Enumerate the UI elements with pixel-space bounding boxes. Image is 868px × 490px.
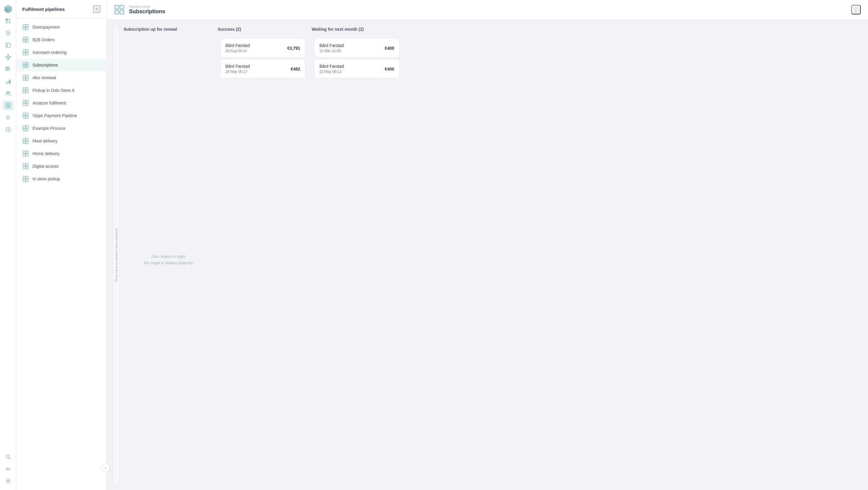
svg-rect-70 (23, 116, 25, 118)
nav-clock-icon[interactable] (3, 124, 13, 135)
sidebar-item-label: Example Process (33, 126, 100, 131)
sidebar-item-downpayment[interactable]: Downpayment (16, 21, 106, 33)
svg-point-31 (7, 116, 10, 119)
svg-point-10 (5, 57, 7, 58)
pipeline-item-icon (22, 49, 29, 56)
app-logo[interactable] (3, 4, 13, 14)
svg-point-26 (8, 92, 10, 93)
card-info: Bård Farstad 28 May 05:17 (225, 64, 250, 74)
pipeline-item-icon (22, 112, 29, 119)
sidebar-item-home-delivery[interactable]: Home delivery (16, 147, 106, 160)
kanban-card[interactable]: Bård Farstad 12 Mar 11:09 €400 (315, 39, 399, 57)
pipeline-item-icon (22, 74, 29, 81)
svg-rect-78 (23, 141, 25, 144)
svg-point-4 (7, 32, 9, 33)
svg-rect-75 (26, 129, 28, 131)
kanban-column-waiting-next-month: Waiting for next month (2) Bård Farstad … (312, 26, 402, 484)
svg-rect-62 (23, 91, 25, 93)
nav-plugin-icon[interactable] (3, 112, 13, 123)
svg-rect-53 (26, 62, 28, 65)
svg-rect-79 (26, 141, 28, 144)
sidebar-item-subscriptions[interactable]: Subscriptions (16, 59, 106, 71)
sidebar-collapse-button[interactable]: ‹ (101, 463, 110, 472)
add-pipeline-button[interactable]: + (93, 5, 100, 13)
nav-az-icon[interactable]: AZ (3, 463, 13, 474)
svg-rect-92 (115, 5, 119, 9)
sidebar-list: Downpayment B2B Orders Icecream ordering (16, 19, 106, 490)
nav-rocket-icon[interactable] (3, 28, 13, 38)
nav-book-icon[interactable] (3, 40, 13, 51)
sidebar-item-b2b-orders[interactable]: B2B Orders (16, 33, 106, 46)
sidebar-item-icecream-ordering[interactable]: Icecream ordering (16, 46, 106, 59)
page-header: Pipeline name Subscriptions ⋮ (107, 0, 868, 20)
sidebar-item-meal-delivery[interactable]: Meal delivery (16, 135, 106, 147)
svg-rect-16 (6, 67, 7, 68)
sidebar-item-amazon[interactable]: Amazon fulfilment (16, 97, 106, 109)
pipeline-item-icon (22, 100, 29, 106)
kanban-column-body: Bård Farstad 12 Mar 11:09 €400 Bård Fars… (312, 36, 402, 484)
svg-rect-1 (8, 19, 10, 21)
sidebar-item-label: Home delivery (33, 151, 100, 156)
svg-rect-66 (23, 103, 25, 106)
kanban-empty-state: Zero orders in sight,the stage is waitin… (127, 39, 211, 481)
nav-dashboard-icon[interactable] (3, 16, 13, 27)
nav-pipeline-icon[interactable] (3, 100, 13, 111)
svg-rect-46 (23, 40, 25, 42)
card-amount: €400 (385, 46, 394, 51)
nav-chart-icon[interactable] (3, 76, 13, 87)
nav-network-icon[interactable] (3, 52, 13, 63)
svg-point-25 (6, 92, 8, 93)
drop-zone-text: Drop here to remove from pipeline (115, 228, 118, 282)
card-date: 12 Mar 11:09 (319, 49, 344, 53)
kanban-card[interactable]: Bård Farstad 28 May 05:17 €482 (221, 60, 305, 78)
svg-rect-47 (26, 40, 28, 42)
pipeline-item-icon (22, 125, 29, 132)
nav-settings-icon[interactable] (3, 476, 13, 486)
svg-rect-56 (23, 75, 25, 77)
card-amount: €400 (385, 67, 394, 71)
pipeline-item-icon (22, 175, 29, 182)
svg-rect-73 (26, 126, 28, 128)
kanban-card[interactable]: Bård Farstad 29 Aug 04:14 €3,791 (221, 39, 305, 57)
card-date: 28 May 05:17 (225, 70, 250, 74)
sidebar-header: Fulfilment pipelines + (16, 0, 106, 19)
svg-rect-44 (23, 37, 25, 39)
sidebar-item-label: Pickup in Oslo Store A (33, 88, 100, 93)
svg-rect-55 (26, 65, 28, 68)
sidebar-item-in-store-pickup[interactable]: In store pickup (16, 172, 106, 185)
sidebar-item-label: Digital access (33, 164, 100, 169)
svg-rect-83 (26, 154, 28, 156)
sidebar-item-label: Downpayment (33, 25, 100, 30)
sidebar-item-label: Amazon fulfilment (33, 101, 100, 105)
svg-rect-45 (26, 37, 28, 39)
svg-rect-42 (23, 27, 25, 30)
page-title: Subscriptions (129, 8, 165, 15)
sidebar-item-digital-access[interactable]: Digital access (16, 160, 106, 172)
svg-rect-2 (6, 21, 8, 24)
sidebar-item-label: Abo renewal (33, 75, 100, 80)
sidebar-item-example[interactable]: Example Process (16, 122, 106, 135)
nav-search-icon[interactable] (3, 452, 13, 462)
svg-rect-74 (23, 129, 25, 131)
svg-rect-82 (23, 154, 25, 156)
svg-point-8 (7, 55, 9, 56)
svg-rect-90 (23, 179, 25, 182)
svg-rect-21 (10, 69, 10, 70)
nav-grid-icon[interactable] (3, 64, 13, 75)
svg-rect-59 (26, 78, 28, 80)
more-options-button[interactable]: ⋮ (851, 5, 861, 14)
sidebar-item-vipps[interactable]: Vipps Payment Pipeline (16, 109, 106, 122)
svg-rect-81 (26, 151, 28, 153)
svg-line-36 (8, 130, 9, 130)
icon-nav: AZ (0, 0, 16, 490)
nav-people-icon[interactable] (3, 88, 13, 99)
sidebar-item-label: Icecream ordering (33, 50, 100, 55)
svg-rect-17 (8, 67, 9, 68)
kanban-column-subscription-renewal: Subscription up for renwalZero orders in… (124, 26, 214, 484)
svg-rect-30 (8, 106, 10, 108)
svg-rect-93 (120, 5, 124, 9)
sidebar-item-abo-renewal[interactable]: Abo renewal (16, 71, 106, 84)
svg-point-9 (7, 59, 9, 60)
sidebar-item-pickup-oslo[interactable]: Pickup in Oslo Store A (16, 84, 106, 97)
kanban-card[interactable]: Bård Farstad 23 May 09:12 €400 (315, 60, 399, 78)
